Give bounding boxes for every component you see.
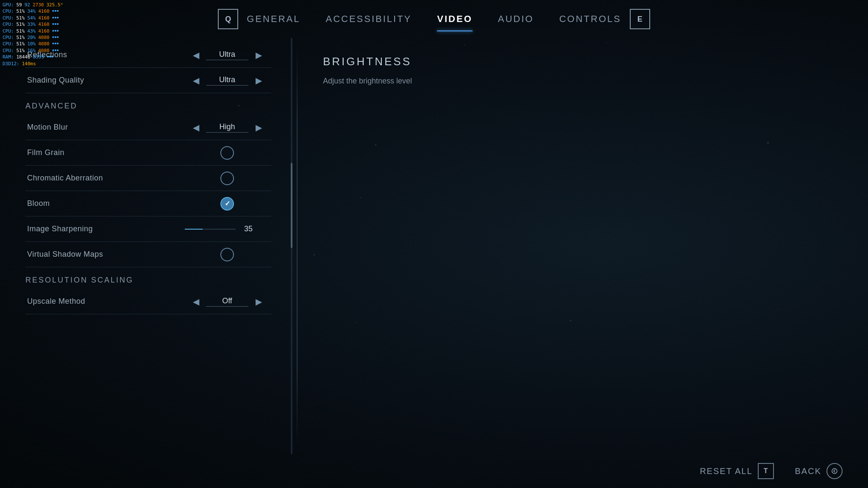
- perf-row-cpu2: CPU: 51% 33% 4160 ▪▪▪: [3, 21, 63, 28]
- setting-shading-quality: Shading Quality ◀ Ultra ▶: [25, 68, 271, 93]
- tab-general[interactable]: GENERAL: [247, 10, 300, 28]
- shading-quality-label: Shading Quality: [27, 76, 84, 85]
- perf-row-cpu3: CPU: 51% 43% 4160 ▪▪▪: [3, 28, 63, 34]
- tab-video[interactable]: VIDEO: [437, 10, 472, 28]
- image-sharpening-slider-container: 35: [185, 225, 270, 233]
- perf-row-cpu0: CPU: 51% 34% 4160 ▪▪▪: [3, 8, 63, 14]
- perf-row-cpu6: CPU: 51% 16% 4080 ▪▪▪: [3, 47, 63, 54]
- tab-accessibility[interactable]: ACCESSIBILITY: [326, 10, 412, 28]
- motion-blur-label: Motion Blur: [27, 123, 68, 132]
- setting-film-grain: Film Grain: [25, 140, 271, 166]
- back-icon: [832, 468, 837, 474]
- perf-row-cpu5: CPU: 51% 10% 4080 ▪▪▪: [3, 41, 63, 47]
- reflections-prev[interactable]: ◀: [191, 50, 201, 60]
- scrollbar-track: [291, 38, 292, 454]
- film-grain-label: Film Grain: [27, 148, 64, 157]
- reset-all-label: RESET ALL: [700, 466, 752, 476]
- perf-row-d3d: D3D12: 140ms: [3, 61, 63, 67]
- upscale-method-control: ◀ Off ▶: [185, 297, 270, 307]
- scrollbar[interactable]: [291, 38, 292, 454]
- virtual-shadow-maps-label: Virtual Shadow Maps: [27, 250, 103, 259]
- back-key-circle[interactable]: [826, 463, 843, 479]
- back-label: BACK: [795, 466, 821, 476]
- shading-prev[interactable]: ◀: [191, 75, 201, 86]
- navigation-bar: Q GENERAL ACCESSIBILITY VIDEO AUDIO CONT…: [0, 0, 868, 38]
- motion-blur-control: ◀ High ▶: [185, 122, 270, 133]
- nav-tabs: GENERAL ACCESSIBILITY VIDEO AUDIO CONTRO…: [247, 10, 621, 28]
- reset-key[interactable]: T: [758, 463, 774, 479]
- reflections-next[interactable]: ▶: [253, 50, 264, 60]
- upscale-next[interactable]: ▶: [253, 297, 264, 307]
- virtual-shadow-maps-control: [185, 248, 270, 261]
- bloom-control: [185, 197, 270, 211]
- setting-chromatic-aberration: Chromatic Aberration: [25, 166, 271, 191]
- upscale-value: Off: [206, 297, 248, 307]
- upscale-method-label: Upscale Method: [27, 297, 85, 306]
- info-panel: BRIGHTNESS Adjust the brightness level: [298, 38, 868, 454]
- shading-value: Ultra: [206, 75, 248, 86]
- motion-blur-prev[interactable]: ◀: [191, 122, 201, 133]
- image-sharpening-control: 35: [185, 225, 270, 233]
- shading-next[interactable]: ▶: [253, 75, 264, 86]
- settings-panel: Reflections ◀ Ultra ▶ Shading Quality ◀ …: [0, 38, 297, 454]
- info-title: BRIGHTNESS: [323, 55, 843, 68]
- bottom-bar: RESET ALL T BACK: [0, 454, 868, 488]
- setting-image-sharpening: Image Sharpening 35: [25, 216, 271, 242]
- motion-blur-value: High: [206, 122, 248, 133]
- nav-key-left[interactable]: Q: [218, 9, 238, 29]
- scrollbar-thumb[interactable]: [291, 163, 292, 248]
- advanced-heading: ADVANCED: [25, 93, 271, 115]
- tab-audio[interactable]: AUDIO: [498, 10, 534, 28]
- motion-blur-next[interactable]: ▶: [253, 122, 264, 133]
- main-content: Reflections ◀ Ultra ▶ Shading Quality ◀ …: [0, 38, 868, 454]
- perf-row-cpu4: CPU: 51% 20% 4080 ▪▪▪: [3, 34, 63, 41]
- reflections-value: Ultra: [206, 50, 248, 60]
- upscale-prev[interactable]: ◀: [191, 297, 201, 307]
- info-description: Adjust the brightness level: [323, 75, 843, 87]
- setting-virtual-shadow-maps: Virtual Shadow Maps: [25, 242, 271, 267]
- chromatic-aberration-label: Chromatic Aberration: [27, 174, 103, 183]
- shading-quality-control: ◀ Ultra ▶: [185, 75, 270, 86]
- reset-all-action[interactable]: RESET ALL T: [700, 463, 773, 479]
- nav-key-right[interactable]: E: [630, 9, 650, 29]
- bloom-label: Bloom: [27, 199, 50, 208]
- image-sharpening-fill: [185, 229, 203, 230]
- performance-overlay: GPU: 59 92 2730 325.5° CPU: 51% 34% 4160…: [0, 0, 66, 69]
- tab-controls[interactable]: CONTROLS: [559, 10, 621, 28]
- film-grain-toggle[interactable]: [220, 146, 234, 160]
- image-sharpening-value: 35: [240, 225, 257, 233]
- back-action[interactable]: BACK: [795, 463, 843, 479]
- chromatic-aberration-control: [185, 172, 270, 185]
- perf-row-gpu: GPU: 59 92 2730 325.5°: [3, 2, 63, 8]
- setting-bloom: Bloom: [25, 191, 271, 216]
- image-sharpening-track[interactable]: [185, 229, 236, 230]
- svg-point-0: [832, 469, 837, 474]
- setting-motion-blur: Motion Blur ◀ High ▶: [25, 115, 271, 140]
- reflections-control: ◀ Ultra ▶: [185, 50, 270, 60]
- perf-row-cpu1: CPU: 51% 54% 4160 ▪▪▪: [3, 15, 63, 21]
- resolution-scaling-heading: RESOLUTION SCALING: [25, 267, 271, 289]
- bloom-toggle[interactable]: [220, 197, 234, 211]
- virtual-shadow-maps-toggle[interactable]: [220, 248, 234, 261]
- perf-row-ram: RAM: 18448 8399 ▪▪▪: [3, 54, 63, 60]
- film-grain-control: [185, 146, 270, 160]
- image-sharpening-label: Image Sharpening: [27, 225, 93, 233]
- setting-upscale-method: Upscale Method ◀ Off ▶: [25, 289, 271, 314]
- chromatic-aberration-toggle[interactable]: [220, 172, 234, 185]
